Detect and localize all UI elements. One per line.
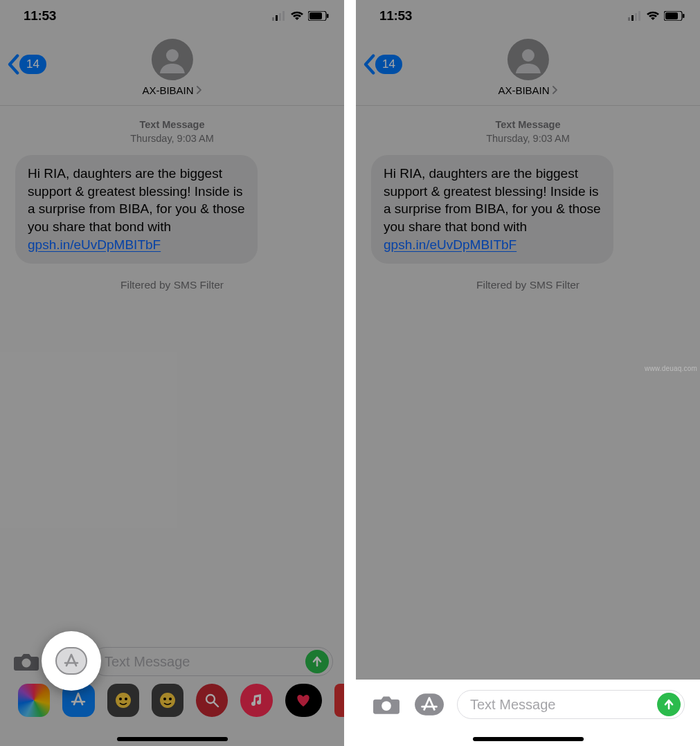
contact-header[interactable]: AX-BIBAIN <box>498 39 557 96</box>
svg-rect-3 <box>282 11 285 21</box>
app-drawer-button[interactable] <box>414 691 445 718</box>
incoming-message-bubble[interactable]: Hi RIA, daughters are the biggest suppor… <box>15 155 258 264</box>
wifi-icon <box>290 11 304 21</box>
timestamp-type: Text Message <box>495 119 560 130</box>
watermark: www.deuaq.com <box>645 365 697 372</box>
search-app-icon[interactable] <box>196 684 228 717</box>
battery-icon <box>308 11 329 21</box>
contact-name: AX-BIBAIN <box>498 84 549 96</box>
chevron-left-icon <box>7 54 19 75</box>
svg-point-10 <box>116 693 131 708</box>
svg-rect-6 <box>327 14 329 18</box>
message-text: Hi RIA, daughters are the biggest suppor… <box>28 166 245 234</box>
activity-app-icon[interactable] <box>285 684 323 717</box>
svg-rect-20 <box>635 13 637 21</box>
screenshot-left: 11:53 14 AX-BIBAIN <box>0 0 344 746</box>
svg-rect-0 <box>272 17 274 21</box>
memoji-app-icon[interactable] <box>107 684 139 717</box>
camera-icon <box>373 693 400 716</box>
heart-icon <box>294 692 313 709</box>
send-button[interactable] <box>305 650 329 673</box>
avatar <box>152 39 193 80</box>
svg-point-15 <box>169 698 172 700</box>
svg-point-7 <box>166 49 179 62</box>
more-apps-edge[interactable] <box>334 684 343 717</box>
music-note-icon <box>249 693 264 708</box>
person-icon <box>157 44 188 75</box>
message-text: Hi RIA, daughters are the biggest suppor… <box>384 166 601 234</box>
photos-app-icon[interactable] <box>18 684 50 717</box>
chevron-right-icon <box>197 84 202 96</box>
filtered-label: Filtered by SMS Filter <box>0 279 344 291</box>
message-link[interactable]: gpsh.in/eUvDpMBITbF <box>28 237 161 252</box>
back-button[interactable]: 14 <box>7 54 46 75</box>
status-indicators <box>628 11 685 21</box>
status-time: 11:53 <box>24 8 56 24</box>
memoji-face-icon <box>113 690 134 711</box>
memoji2-app-icon[interactable] <box>152 684 183 717</box>
timestamp-type: Text Message <box>139 119 204 130</box>
svg-point-11 <box>119 698 122 700</box>
message-thread: Text Message Thursday, 9:03 AM Hi RIA, d… <box>356 106 700 291</box>
svg-point-26 <box>382 701 391 711</box>
app-drawer-button-highlighted[interactable] <box>55 647 87 675</box>
message-input[interactable]: Text Message <box>457 690 685 719</box>
contact-name-row[interactable]: AX-BIBAIN <box>498 84 557 96</box>
battery-icon <box>664 11 685 21</box>
wifi-icon <box>646 11 660 21</box>
contact-header[interactable]: AX-BIBAIN <box>142 39 201 96</box>
timestamp-date: Thursday, 9:03 AM <box>130 133 214 144</box>
send-button[interactable] <box>657 693 681 716</box>
unread-badge: 14 <box>19 55 46 74</box>
incoming-message-bubble[interactable]: Hi RIA, daughters are the biggest suppor… <box>371 155 613 264</box>
conversation-header: 14 AX-BIBAIN <box>0 32 344 106</box>
status-bar: 11:53 <box>356 0 700 32</box>
composer-area: Text Message <box>356 680 700 746</box>
svg-rect-5 <box>309 12 322 19</box>
status-time: 11:53 <box>379 8 412 24</box>
pane-separator <box>344 0 356 746</box>
home-indicator[interactable] <box>473 737 584 741</box>
app-store-icon <box>414 693 445 716</box>
chevron-left-icon <box>363 54 375 75</box>
message-placeholder: Text Message <box>105 654 190 670</box>
message-link[interactable]: gpsh.in/eUvDpMBITbF <box>384 237 517 252</box>
cellular-icon <box>272 11 286 21</box>
app-store-icon <box>62 653 81 669</box>
status-bar: 11:53 <box>0 0 344 32</box>
message-placeholder: Text Message <box>470 697 555 713</box>
svg-rect-1 <box>276 15 278 21</box>
back-button[interactable]: 14 <box>363 54 402 75</box>
timestamp-date: Thursday, 9:03 AM <box>486 133 570 144</box>
cellular-icon <box>628 11 642 21</box>
chevron-right-icon <box>553 84 558 96</box>
svg-point-14 <box>163 698 166 700</box>
svg-point-8 <box>22 659 31 668</box>
contact-name: AX-BIBAIN <box>142 84 193 96</box>
home-indicator[interactable] <box>117 737 228 741</box>
arrow-up-icon <box>663 698 675 711</box>
status-indicators <box>272 11 329 21</box>
svg-line-17 <box>214 702 218 707</box>
person-icon <box>513 44 544 75</box>
magnifier-icon <box>204 692 220 709</box>
svg-rect-2 <box>279 13 281 21</box>
camera-icon <box>13 651 39 672</box>
conversation-header: 14 AX-BIBAIN <box>356 32 700 106</box>
camera-button[interactable] <box>11 648 42 675</box>
app-strip[interactable] <box>0 684 344 717</box>
filtered-label: Filtered by SMS Filter <box>356 279 700 291</box>
contact-name-row[interactable]: AX-BIBAIN <box>142 84 201 96</box>
svg-point-13 <box>160 693 175 708</box>
svg-rect-18 <box>628 17 630 21</box>
arrow-up-icon <box>311 655 323 668</box>
music-app-icon[interactable] <box>240 684 272 717</box>
unread-badge: 14 <box>375 55 402 74</box>
app-drawer-highlight <box>42 631 101 691</box>
camera-button[interactable] <box>371 691 402 718</box>
timestamp: Text Message Thursday, 9:03 AM <box>0 118 344 145</box>
memoji2-face-icon <box>157 690 178 711</box>
svg-point-25 <box>522 49 535 62</box>
svg-rect-21 <box>638 11 640 21</box>
message-input[interactable]: Text Message <box>91 647 333 676</box>
